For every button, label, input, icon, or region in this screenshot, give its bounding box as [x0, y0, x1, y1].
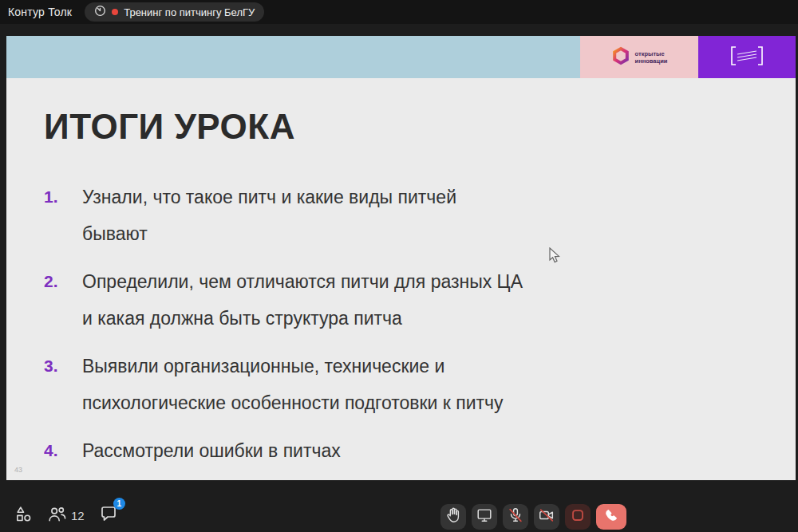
- bottom-left-tools: 12 1: [14, 504, 118, 526]
- call-controls: [440, 504, 626, 530]
- mic-muted-icon: [507, 506, 524, 527]
- list-item-number: 2.: [44, 263, 82, 337]
- layout-button[interactable]: [14, 505, 33, 526]
- timer-icon: [94, 5, 106, 20]
- university-platform-logo: [698, 36, 796, 78]
- raise-hand-icon: [444, 506, 462, 527]
- list-item-text: Определили, чем отличаются питчи для раз…: [82, 263, 523, 337]
- camera-off-button[interactable]: [534, 504, 559, 530]
- kontur-talk-app: { "app": { "title": "Контур Толк" }, "me…: [0, 0, 798, 532]
- open-innovations-logo: открытые инновации: [580, 36, 698, 78]
- list-item-text: Рассмотрели ошибки в питчах: [82, 432, 341, 469]
- mouse-cursor: [549, 247, 562, 268]
- list-item-text: Узнали, что такое питч и какие виды питч…: [82, 179, 456, 252]
- app-title: Контур Толк: [8, 6, 72, 18]
- list-item-number: 4.: [44, 432, 82, 469]
- screen-share-icon: [476, 506, 493, 527]
- slide-header-band: открытые инновации: [6, 36, 796, 78]
- slide-title: ИТОГИ УРОКА: [44, 107, 295, 147]
- meeting-title: Тренинг по питчингу БелГУ: [124, 6, 255, 18]
- slide-page-number: 43: [14, 466, 22, 474]
- list-item-number: 3.: [44, 348, 82, 421]
- chat-button[interactable]: 1: [99, 504, 118, 526]
- slide-body: ИТОГИ УРОКА 1. Узнали, что такое питч и …: [6, 78, 796, 480]
- list-item-text: Выявили организационные, технические и п…: [82, 348, 504, 421]
- header-band-blue: [6, 36, 580, 78]
- stop-recording-button[interactable]: [565, 504, 591, 530]
- list-item-number: 1.: [44, 179, 82, 252]
- hangup-button[interactable]: [596, 504, 626, 530]
- meeting-pill[interactable]: Тренинг по питчингу БелГУ: [85, 2, 264, 22]
- participants-button[interactable]: 12: [47, 505, 85, 526]
- bracket-logo-icon: [725, 41, 769, 73]
- list-item: 4. Рассмотрели ошибки в питчах: [44, 432, 523, 469]
- mic-muted-button[interactable]: [503, 504, 528, 530]
- lesson-summary-list: 1. Узнали, что такое питч и какие виды п…: [44, 179, 523, 480]
- camera-off-icon: [538, 506, 555, 527]
- participants-icon: [47, 505, 67, 526]
- recording-dot: [112, 9, 118, 15]
- hangup-icon: [602, 506, 620, 527]
- list-item: 1. Узнали, что такое питч и какие виды п…: [44, 179, 523, 252]
- open-innovations-mark-icon: [611, 46, 630, 69]
- shared-screen-slide: открытые инновации ИТОГИ УРОКА: [6, 36, 796, 480]
- list-item: 3. Выявили организационные, технические …: [44, 348, 523, 421]
- open-innovations-label: открытые инновации: [635, 50, 668, 65]
- top-bar: Контур Толк Тренинг по питчингу БелГУ: [0, 0, 798, 24]
- participants-count: 12: [71, 509, 85, 522]
- stop-recording-icon: [569, 506, 587, 527]
- chat-unread-badge: 1: [113, 498, 125, 510]
- list-item: 2. Определили, чем отличаются питчи для …: [44, 263, 523, 337]
- layout-shapes-icon: [14, 505, 33, 526]
- raise-hand-button[interactable]: [440, 504, 466, 530]
- screen-share-button[interactable]: [472, 504, 497, 530]
